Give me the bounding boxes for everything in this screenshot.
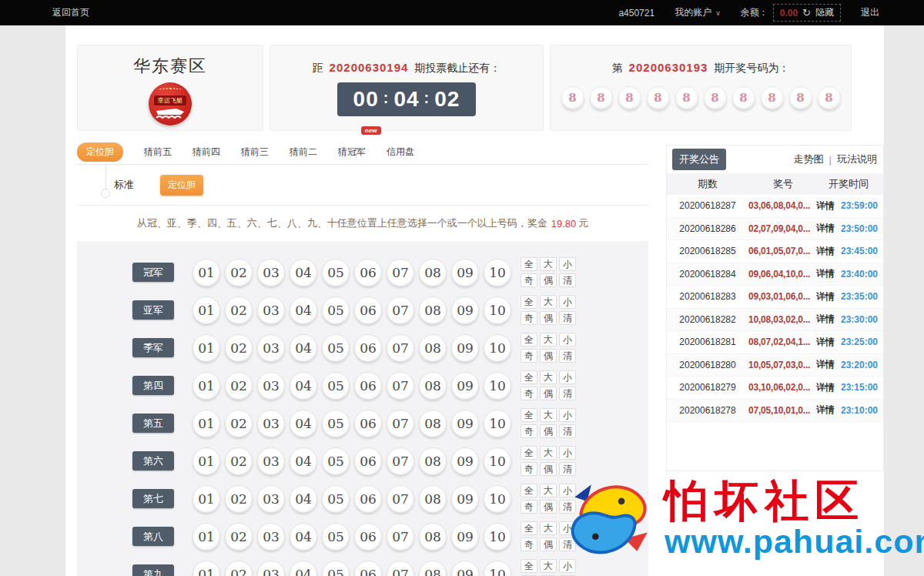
quick-all-button[interactable]: 全: [521, 484, 537, 497]
number-ball[interactable]: 08: [419, 561, 447, 576]
number-ball[interactable]: 01: [192, 561, 220, 576]
number-ball[interactable]: 07: [387, 523, 414, 551]
number-ball[interactable]: 08: [419, 296, 447, 324]
quick-big-button[interactable]: 大: [540, 370, 557, 384]
quick-all-button[interactable]: 全: [521, 333, 537, 347]
number-ball[interactable]: 10: [484, 523, 511, 551]
quick-all-button[interactable]: 全: [521, 446, 537, 460]
quick-odd-button[interactable]: 奇: [521, 500, 537, 514]
number-ball[interactable]: 08: [419, 334, 447, 362]
number-ball[interactable]: 09: [451, 523, 479, 551]
number-ball[interactable]: 10: [484, 259, 511, 286]
quick-clear-button[interactable]: 清: [559, 273, 576, 287]
number-ball[interactable]: 06: [354, 561, 382, 576]
number-ball[interactable]: 02: [225, 523, 253, 551]
number-ball[interactable]: 09: [451, 334, 479, 362]
number-ball[interactable]: 10: [484, 296, 511, 324]
draw-announcement-button[interactable]: 开奖公告: [672, 149, 726, 170]
quick-odd-button[interactable]: 奇: [521, 311, 537, 325]
quick-clear-button[interactable]: 清: [559, 387, 576, 400]
number-ball[interactable]: 05: [322, 561, 350, 576]
quick-all-button[interactable]: 全: [521, 559, 537, 573]
number-ball[interactable]: 01: [192, 334, 220, 362]
number-ball[interactable]: 02: [225, 410, 253, 437]
quick-small-button[interactable]: 小: [559, 333, 576, 347]
number-ball[interactable]: 05: [322, 410, 350, 437]
number-ball[interactable]: 06: [354, 259, 382, 286]
number-ball[interactable]: 03: [257, 410, 285, 437]
quick-odd-button[interactable]: 奇: [521, 349, 537, 363]
number-ball[interactable]: 06: [354, 372, 382, 400]
quick-even-button[interactable]: 偶: [540, 462, 557, 476]
quick-odd-button[interactable]: 奇: [521, 537, 537, 551]
quick-even-button[interactable]: 偶: [540, 387, 557, 400]
number-ball[interactable]: 06: [354, 410, 382, 437]
quick-big-button[interactable]: 大: [540, 446, 557, 460]
number-ball[interactable]: 09: [451, 561, 479, 576]
number-ball[interactable]: 04: [290, 296, 317, 324]
number-ball[interactable]: 08: [419, 447, 447, 475]
number-ball[interactable]: 03: [257, 523, 285, 551]
hide-balance-button[interactable]: 隐藏: [815, 6, 834, 19]
number-ball[interactable]: 05: [322, 485, 350, 513]
number-ball[interactable]: 07: [387, 447, 414, 475]
number-ball[interactable]: 05: [322, 447, 350, 475]
number-ball[interactable]: 02: [225, 259, 253, 286]
quick-even-button[interactable]: 偶: [540, 424, 557, 438]
number-ball[interactable]: 01: [192, 259, 220, 286]
home-link[interactable]: 返回首页: [52, 6, 89, 19]
number-ball[interactable]: 04: [290, 523, 317, 551]
tab-2[interactable]: 猜前四: [192, 146, 220, 159]
number-ball[interactable]: 03: [257, 334, 285, 362]
detail-link[interactable]: 详情: [816, 222, 841, 235]
number-ball[interactable]: 04: [290, 485, 317, 513]
quick-clear-button[interactable]: 清: [559, 311, 576, 325]
number-ball[interactable]: 09: [451, 296, 479, 324]
number-ball[interactable]: 04: [290, 561, 317, 576]
quick-big-button[interactable]: 大: [540, 559, 557, 573]
number-ball[interactable]: 06: [354, 523, 382, 551]
quick-big-button[interactable]: 大: [540, 484, 557, 497]
detail-link[interactable]: 详情: [816, 336, 841, 349]
detail-link[interactable]: 详情: [816, 381, 841, 394]
tab-4[interactable]: 猜前二: [290, 146, 317, 159]
trend-chart-link[interactable]: 走势图: [794, 152, 824, 166]
quick-clear-button[interactable]: 清: [559, 424, 576, 438]
number-ball[interactable]: 09: [451, 485, 479, 513]
number-ball[interactable]: 05: [322, 372, 350, 400]
number-ball[interactable]: 08: [419, 523, 447, 551]
number-ball[interactable]: 02: [225, 372, 253, 400]
quick-big-button[interactable]: 大: [540, 333, 557, 347]
number-ball[interactable]: 03: [257, 296, 285, 324]
number-ball[interactable]: 02: [225, 561, 253, 576]
detail-link[interactable]: 详情: [816, 199, 841, 213]
tab-6[interactable]: 信用盘: [387, 146, 414, 159]
quick-odd-button[interactable]: 奇: [521, 387, 537, 400]
number-ball[interactable]: 04: [290, 410, 317, 437]
number-ball[interactable]: 09: [451, 259, 479, 286]
number-ball[interactable]: 08: [419, 372, 447, 400]
number-ball[interactable]: 10: [484, 485, 511, 513]
quick-small-button[interactable]: 小: [559, 446, 576, 460]
number-ball[interactable]: 10: [484, 447, 511, 475]
number-ball[interactable]: 01: [192, 523, 220, 551]
tab-5[interactable]: 猜冠军: [338, 146, 366, 159]
number-ball[interactable]: 04: [290, 334, 317, 362]
number-ball[interactable]: 07: [387, 372, 414, 400]
quick-big-button[interactable]: 大: [540, 521, 557, 535]
mode-selected-pill[interactable]: 定位胆: [160, 175, 203, 196]
quick-big-button[interactable]: 大: [540, 408, 557, 422]
number-ball[interactable]: 04: [290, 447, 317, 475]
quick-all-button[interactable]: 全: [521, 370, 537, 384]
quick-all-button[interactable]: 全: [521, 408, 537, 422]
quick-clear-button[interactable]: 清: [559, 349, 576, 363]
quick-small-button[interactable]: 小: [559, 257, 576, 271]
quick-all-button[interactable]: 全: [521, 257, 537, 271]
quick-even-button[interactable]: 偶: [540, 349, 557, 363]
number-ball[interactable]: 10: [484, 334, 511, 362]
balance-box[interactable]: 0.00 ↻ 隐藏: [773, 4, 841, 22]
quick-even-button[interactable]: 偶: [540, 500, 557, 514]
quick-all-button[interactable]: 全: [521, 521, 537, 535]
number-ball[interactable]: 03: [257, 372, 285, 400]
number-ball[interactable]: 04: [290, 259, 317, 286]
